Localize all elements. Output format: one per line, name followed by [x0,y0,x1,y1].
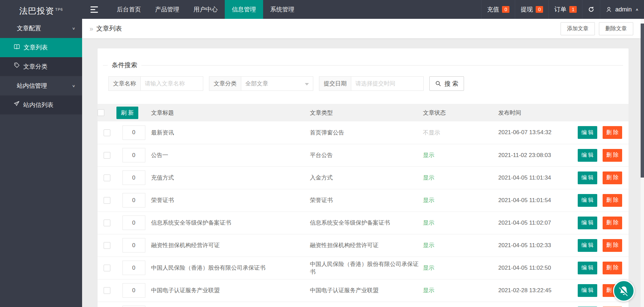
sort-input[interactable] [122,148,145,162]
add-article-button[interactable]: 添加文章 [561,22,595,35]
count-badge: 1 [569,6,577,13]
edit-button[interactable]: 编 辑 [578,262,597,274]
table-row: 融资性担保机构经营许可证融资性担保机构经营许可证显示2021-04-05 11:… [98,234,629,257]
article-table: 刷 新 文章标题 文章类型 文章状态 发布时间 最新资讯首页弹窗公告不显示202… [98,104,629,307]
sort-input[interactable] [122,193,145,207]
sidebar-item-0-1[interactable]: 文章分类 [0,57,82,76]
row-checkbox[interactable] [104,197,110,204]
row-checkbox[interactable] [104,220,110,226]
sort-input[interactable] [122,125,145,140]
page-actions: 添加文章 删除文章 [561,22,633,35]
table-row: 充值方式入金方式显示2021-04-05 11:01:34编 辑删 除 [98,166,629,189]
sidebar-group-1[interactable]: 站内信管理∨ [0,76,82,95]
scrollbar-thumb[interactable] [641,24,644,178]
status-badge: 显示 [423,220,434,226]
cell-status: 显示 [423,144,498,166]
delete-button[interactable]: 删 除 [603,126,622,139]
sort-input[interactable] [122,170,145,185]
hamburger-icon[interactable] [85,0,104,19]
floating-notification-button[interactable] [613,280,635,302]
nav-item-3[interactable]: 信息管理 [225,0,263,19]
scrollbar-track[interactable] [641,19,644,307]
edit-button[interactable]: 编 辑 [578,217,597,229]
article-category-label: 文章分类 [209,76,241,91]
submit-date-label: 提交日期 [319,76,351,91]
row-checkbox[interactable] [104,265,110,271]
cell-title: 荣誉证书 [151,189,310,212]
sidebar-item-label: 站内信列表 [23,95,53,115]
search-fieldset: 条件搜索 [103,61,623,70]
delete-button[interactable]: 删 除 [603,262,622,274]
publish-time: 2021-04-05 11:02:07 [498,220,551,226]
sidebar-group-0[interactable]: 文章配置∨ [0,19,82,38]
edit-button[interactable]: 编 辑 [578,284,597,297]
publish-time: 2021-04-05 11:01:54 [498,197,551,203]
edit-button[interactable]: 编 辑 [578,239,597,252]
cell-time: 2021-04-05 11:02:07 [498,212,578,234]
article-name-input[interactable] [141,76,203,91]
submit-date-input[interactable] [351,76,424,91]
header-right: 充值0提现0订单1 admin ∧ [481,0,644,19]
sort-input[interactable] [122,283,145,298]
cell-title: 机构信息代码证 [151,302,310,307]
status-badge: 显示 [423,197,434,203]
row-checkbox[interactable] [104,287,110,294]
sort-input[interactable] [122,216,145,230]
cell-title: 融资性担保机构经营许可证 [151,234,310,257]
row-checkbox[interactable] [104,175,110,181]
search-button[interactable]: 搜 索 [429,76,464,91]
row-checkbox[interactable] [104,129,110,136]
nav-item-2[interactable]: 用户中心 [186,0,225,19]
table-row: 最新资讯首页弹窗公告不显示2021-06-07 13:54:32编 辑删 除 [98,121,629,144]
cell-time: 2021-02-28 13:22:45 [498,279,578,302]
content-card: 条件搜索 文章名称 文章分类 全部文章 提交日期 搜 索 [98,48,629,307]
quick-link-0[interactable]: 充值0 [481,0,515,19]
nav-item-1[interactable]: 产品管理 [148,0,186,19]
edit-button[interactable]: 编 辑 [578,149,597,162]
sidebar-item-1-0[interactable]: 站内信列表 [0,95,82,115]
edit-button[interactable]: 编 辑 [578,126,597,139]
nav-item-4[interactable]: 系统管理 [263,0,301,19]
edit-button[interactable]: 编 辑 [578,171,597,184]
article-type: 中国电子认证服务产业联盟 [310,287,379,294]
cell-type: 中国电子认证服务产业联盟 [310,279,423,302]
delete-button[interactable]: 删 除 [603,194,622,207]
sort-input[interactable] [122,261,145,275]
sidebar-item-0-0[interactable]: 文章列表 [0,38,82,57]
cell-time: 2021-04-05 11:02:50 [498,257,578,279]
cell-type: 首页弹窗公告 [310,121,423,144]
delete-button[interactable]: 删 除 [603,171,622,184]
cell-type: 平台公告 [310,144,423,166]
cell-time: 2021-04-05 11:02:33 [498,234,578,257]
edit-button[interactable]: 编 辑 [578,194,597,207]
search-legend: 条件搜索 [108,61,141,70]
article-category-select[interactable]: 全部文章 [241,76,313,91]
delete-article-button[interactable]: 删除文章 [599,22,633,35]
row-checkbox[interactable] [104,242,110,249]
sidebar-item-label: 文章列表 [24,38,48,57]
cell-title: 中国人民保险（香港）股份有限公司承保证书 [151,257,310,279]
col-title: 文章标题 [151,104,310,121]
article-type: 入金方式 [310,175,333,181]
nav-item-0[interactable]: 后台首页 [110,0,148,19]
row-checkbox[interactable] [104,152,110,159]
user-menu[interactable]: admin ∧ [600,0,644,19]
table-row: 公告一平台公告显示2021-11-02 23:08:03编 辑删 除 [98,144,629,166]
quick-link-1[interactable]: 提现0 [515,0,548,19]
delete-button[interactable]: 删 除 [603,239,622,252]
refresh-button[interactable] [582,0,600,19]
delete-button[interactable]: 删 除 [603,149,622,162]
delete-button[interactable]: 删 除 [603,217,622,229]
quick-link-2[interactable]: 订单1 [548,0,582,19]
select-all-checkbox[interactable] [98,109,104,116]
sort-input[interactable] [122,306,145,307]
cell-sort [116,212,151,234]
cell-actions: 编 辑删 除 [578,189,629,212]
quick-link-label: 充值 [487,5,499,13]
table-refresh-button[interactable]: 刷 新 [116,107,138,119]
cell-time: 2021-04-05 11:01:54 [498,189,578,212]
sort-input[interactable] [122,238,145,253]
page-title: 文章列表 [96,24,122,33]
article-title: 中国电子认证服务产业联盟 [151,287,220,294]
book-icon [13,38,20,57]
